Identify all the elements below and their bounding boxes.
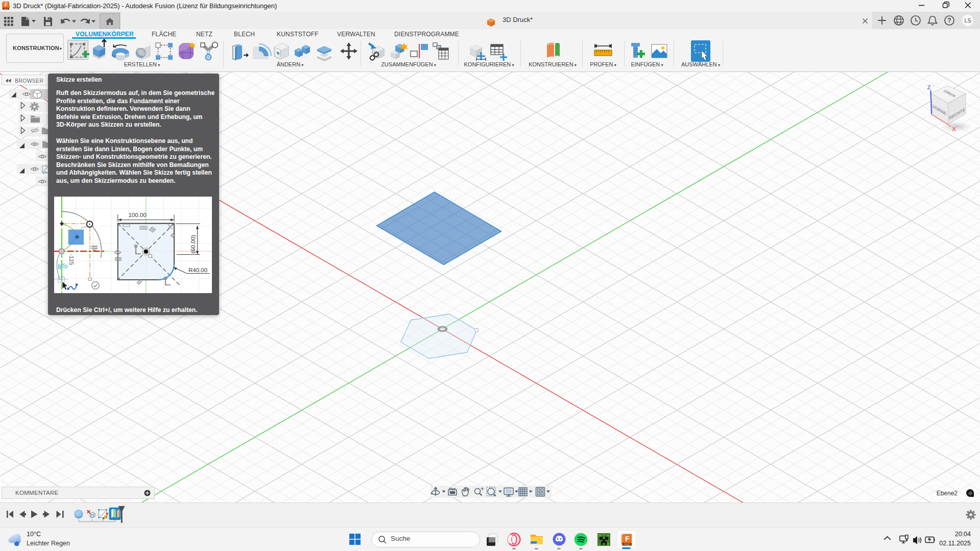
svg-text:FUS: FUS <box>625 543 630 546</box>
svg-text:F: F <box>5 2 8 8</box>
svg-text:Ebene2: Ebene2 <box>937 490 958 497</box>
svg-text:Z: Z <box>927 84 930 90</box>
svg-text:-125: -125 <box>68 254 75 265</box>
svg-text:X: X <box>952 126 956 132</box>
svg-text:(60.00): (60.00) <box>190 235 196 254</box>
svg-text:LS: LS <box>965 17 971 23</box>
svg-text:F: F <box>625 535 630 543</box>
svg-text:FUS: FUS <box>4 8 8 10</box>
svg-text:100.00: 100.00 <box>128 212 146 218</box>
svg-text:R40.00: R40.00 <box>188 267 207 273</box>
svg-text:?: ? <box>947 17 951 24</box>
